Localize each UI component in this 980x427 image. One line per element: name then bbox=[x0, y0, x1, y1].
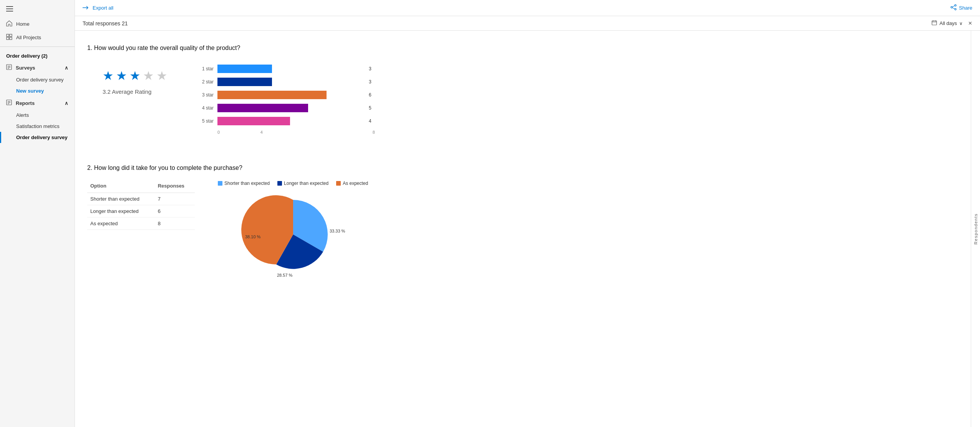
export-icon bbox=[83, 5, 90, 12]
responses-as-expected: 8 bbox=[155, 218, 195, 230]
all-days-label: All days bbox=[939, 20, 957, 26]
q2-content: Option Responses Shorter than expected 7 bbox=[87, 181, 958, 277]
sidebar-item-all-projects[interactable]: All Projects bbox=[0, 31, 75, 44]
bar-track-5 bbox=[217, 117, 363, 125]
svg-line-20 bbox=[952, 8, 955, 9]
export-all-label: Export all bbox=[93, 5, 113, 11]
bar-row-4star: 4 star 5 bbox=[198, 104, 375, 112]
filterbar: Total responses 21 All days ∨ ✕ bbox=[75, 16, 980, 31]
svg-rect-6 bbox=[10, 37, 12, 40]
bar-value-4: 5 bbox=[369, 105, 375, 111]
pie-legend: Shorter than expected Longer than expect… bbox=[218, 181, 368, 186]
star-5: ★ bbox=[156, 68, 167, 83]
legend-dot-longer bbox=[277, 181, 282, 186]
star-4: ★ bbox=[143, 68, 154, 83]
table-row: As expected 8 bbox=[87, 218, 195, 230]
legend-label-longer: Longer than expected bbox=[284, 181, 328, 186]
svg-rect-0 bbox=[6, 6, 13, 7]
respondents-tab-label: Respondents bbox=[972, 210, 980, 248]
surveys-label: Surveys bbox=[16, 65, 35, 71]
chart-axis: 0 4 8 bbox=[198, 130, 375, 135]
sidebar-item-satisfaction-metrics[interactable]: Satisfaction metrics bbox=[0, 121, 75, 132]
question-2-card: 2. How long did it take for you to compl… bbox=[75, 154, 971, 289]
bar-label-4: 4 star bbox=[198, 105, 214, 111]
main-content: Export all Share Total responses 21 All … bbox=[75, 0, 980, 427]
reports-icon bbox=[6, 100, 12, 106]
order-delivery-report-label: Order delivery survey bbox=[16, 135, 68, 140]
bar-label-3: 3 star bbox=[198, 92, 214, 98]
projects-icon bbox=[6, 34, 12, 41]
sidebar-item-new-survey[interactable]: New survey bbox=[0, 85, 75, 96]
export-all-button[interactable]: Export all bbox=[83, 5, 113, 12]
close-filter-button[interactable]: ✕ bbox=[968, 20, 972, 26]
option-shorter: Shorter than expected bbox=[87, 193, 155, 205]
table-row: Shorter than expected 7 bbox=[87, 193, 195, 205]
bar-row-1star: 1 star 3 bbox=[198, 65, 375, 73]
surveys-chevron: ∧ bbox=[65, 65, 68, 71]
svg-rect-4 bbox=[10, 34, 12, 37]
q1-title: 1. How would you rate the overall qualit… bbox=[87, 45, 958, 52]
bar-track-4 bbox=[217, 104, 363, 112]
bar-chart: 1 star 3 2 star 3 bbox=[198, 61, 375, 138]
bar-fill-1 bbox=[217, 65, 272, 73]
bar-track-3 bbox=[217, 91, 363, 99]
satisfaction-metrics-label: Satisfaction metrics bbox=[16, 123, 60, 129]
share-icon bbox=[950, 4, 957, 12]
pct-label-longer: 28.57 % bbox=[277, 273, 293, 277]
bar-value-1: 3 bbox=[369, 66, 375, 71]
bar-value-5: 4 bbox=[369, 118, 375, 124]
reports-section-header[interactable]: Reports ∧ bbox=[0, 96, 75, 110]
legend-label-shorter: Shorter than expected bbox=[224, 181, 270, 186]
order-delivery-survey-label: Order delivery survey bbox=[16, 77, 64, 83]
col-responses: Responses bbox=[155, 181, 195, 193]
responses-shorter: 7 bbox=[155, 193, 195, 205]
legend-shorter: Shorter than expected bbox=[218, 181, 270, 186]
legend-label-as-expected: As expected bbox=[343, 181, 368, 186]
bar-fill-3 bbox=[217, 91, 327, 99]
bar-fill-4 bbox=[217, 104, 308, 112]
q2-title: 2. How long did it take for you to compl… bbox=[87, 164, 958, 171]
col-option: Option bbox=[87, 181, 155, 193]
legend-dot-as-expected bbox=[336, 181, 341, 186]
pct-label-shorter: 33.33 % bbox=[330, 229, 345, 233]
sidebar: Home All Projects Order delivery (2) Sur… bbox=[0, 0, 75, 427]
order-delivery-title: Order delivery (2) bbox=[0, 49, 75, 61]
bar-label-5: 5 star bbox=[198, 118, 214, 124]
svg-rect-1 bbox=[6, 8, 13, 9]
svg-rect-21 bbox=[932, 21, 937, 25]
bar-row-5star: 5 star 4 bbox=[198, 117, 375, 125]
share-button[interactable]: Share bbox=[950, 4, 972, 12]
axis-8: 8 bbox=[373, 130, 375, 135]
sidebar-item-home[interactable]: Home bbox=[0, 17, 75, 31]
svg-point-17 bbox=[955, 8, 956, 10]
svg-rect-2 bbox=[6, 11, 13, 12]
bar-fill-5 bbox=[217, 117, 290, 125]
respondents-tab[interactable]: Respondents bbox=[971, 31, 980, 427]
bar-value-2: 3 bbox=[369, 79, 375, 85]
content-wrapper: 1. How would you rate the overall qualit… bbox=[75, 31, 980, 427]
surveys-section-header[interactable]: Surveys ∧ bbox=[0, 61, 75, 74]
home-icon bbox=[6, 20, 12, 28]
legend-as-expected: As expected bbox=[336, 181, 368, 186]
all-days-filter[interactable]: All days ∨ ✕ bbox=[932, 20, 972, 27]
surveys-icon bbox=[6, 64, 12, 71]
average-rating: 3.2 Average Rating bbox=[103, 88, 151, 95]
axis-0: 0 bbox=[217, 130, 220, 135]
sidebar-item-alerts[interactable]: Alerts bbox=[0, 110, 75, 121]
svg-rect-5 bbox=[7, 37, 9, 40]
new-survey-label: New survey bbox=[16, 88, 44, 94]
axis-4: 4 bbox=[260, 130, 263, 135]
sidebar-item-order-delivery-survey[interactable]: Order delivery survey bbox=[0, 74, 75, 85]
sidebar-item-order-delivery-report[interactable]: Order delivery survey bbox=[0, 132, 75, 143]
bar-label-2: 2 star bbox=[198, 79, 214, 85]
menu-icon[interactable] bbox=[0, 3, 75, 17]
pie-section: Shorter than expected Longer than expect… bbox=[218, 181, 368, 277]
bar-track-2 bbox=[217, 78, 363, 86]
bar-fill-2 bbox=[217, 78, 272, 86]
bar-row-3star: 3 star 6 bbox=[198, 91, 375, 99]
star-rating: ★ ★ ★ ★ ★ bbox=[103, 68, 167, 83]
option-as-expected: As expected bbox=[87, 218, 155, 230]
alerts-label: Alerts bbox=[16, 112, 29, 118]
pie-chart-container: 33.33 % 28.57 % 38.10 % bbox=[239, 192, 347, 277]
question-1-card: 1. How would you rate the overall qualit… bbox=[75, 34, 971, 151]
